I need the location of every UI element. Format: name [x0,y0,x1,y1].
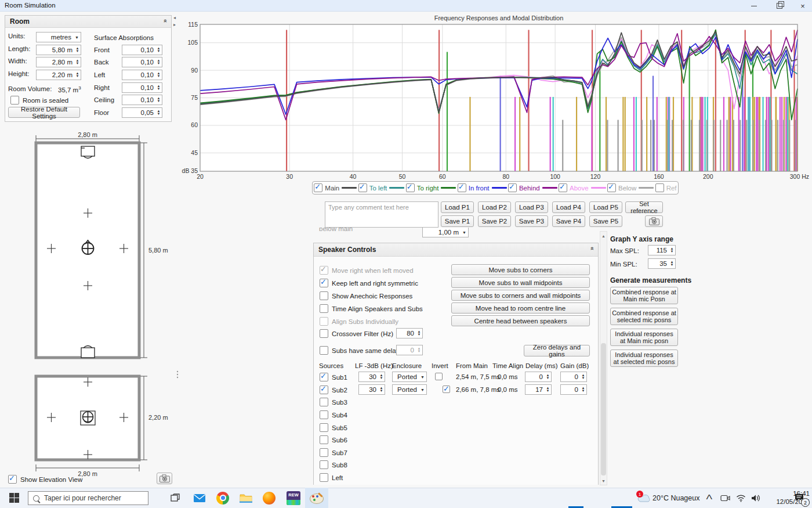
volume-button[interactable] [748,488,763,508]
action-center-button[interactable]: 2 [789,488,811,508]
subs-same-delay-checkbox[interactable] [320,346,328,355]
zero-delays-gains-button[interactable]: Zero delays and gains [524,345,590,356]
save-preset-button-5[interactable]: Save P5 [589,215,622,227]
legend-checkbox-above[interactable] [559,183,567,192]
speaker-scrollbar[interactable]: ▲ ▼ [600,231,607,485]
spinner-arrows-icon[interactable]: ▲▼ [580,372,586,381]
generate-button-2[interactable]: Individual responses at Main mic posn [610,329,678,346]
spinner-arrows-icon[interactable]: ▲▼ [155,95,162,105]
save-preset-button-3[interactable]: Save P3 [515,215,548,227]
units-combo[interactable]: metres▼ [36,32,81,42]
spinner-arrows-icon[interactable]: ▲▼ [378,385,385,394]
restore-button[interactable] [768,0,791,12]
sub-lf-spinner-sub2[interactable]: 30▲▼ [358,384,385,395]
chrome-app-button[interactable] [211,488,234,508]
legend-checkbox-main[interactable] [314,183,322,192]
spinner-arrows-icon[interactable]: ▲▼ [74,57,81,67]
absorption-spinner-ceiling[interactable]: 0,10▲▼ [122,95,162,105]
spinner-arrows-icon[interactable]: ▲▼ [155,57,162,67]
weather-text[interactable]: 20°C Nuageux [652,494,699,502]
speaker-option-checkbox-5[interactable] [320,329,328,338]
absorption-spinner-left[interactable]: 0,10▲▼ [122,70,162,80]
set-reference-button[interactable]: Set reference [625,201,663,213]
room-dim-spinner-length[interactable]: 5,80 m▲▼ [36,45,81,55]
speaker-option-checkbox-2[interactable] [320,291,328,300]
sub-enable-checkbox-sub7[interactable] [320,448,328,457]
weather-widget[interactable]: 1 [635,488,652,508]
legend-checkbox-in-front[interactable] [458,183,466,192]
meet-now-button[interactable] [718,488,732,508]
show-elevation-checkbox[interactable] [8,475,17,484]
legend-checkbox-to-right[interactable] [406,183,415,192]
room-dim-spinner-width[interactable]: 2,80 m▲▼ [36,57,81,67]
firefox-app-button[interactable] [258,488,281,508]
sub-enable-checkbox-sub4[interactable] [320,410,328,419]
below-main-combo[interactable]: 1,00 m▼ [422,228,469,237]
task-view-button[interactable] [165,488,186,508]
max-spl-spinner[interactable]: 115▲▼ [648,245,676,255]
spinner-arrows-icon[interactable]: ▲▼ [74,70,81,80]
spinner-arrows-icon[interactable]: ▲▼ [416,345,422,355]
legend-item-main[interactable]: Main [314,183,357,192]
speaker-option-checkbox-0[interactable] [320,266,328,275]
speaker-controls-header[interactable]: Speaker Controls » [314,243,598,257]
rear-sub-icon[interactable] [81,346,95,358]
min-spl-spinner[interactable]: 35▲▼ [648,258,676,269]
room-dim-spinner-height[interactable]: 2,20 m▲▼ [36,70,81,80]
legend-item-to-right[interactable]: To right [406,183,456,192]
sub-gain-spinner-sub2[interactable]: 0▲▼ [560,384,587,395]
spinner-arrows-icon[interactable]: ▲▼ [669,259,675,268]
divider-handle-dots[interactable] [177,371,178,378]
save-preset-button-2[interactable]: Save P2 [478,215,511,227]
absorption-spinner-front[interactable]: 0,10▲▼ [122,45,162,55]
minimize-button[interactable] [742,0,766,12]
scroll-down-icon[interactable]: ▼ [600,477,607,485]
tray-expand-icon[interactable]: ᐱ [706,493,712,501]
spinner-arrows-icon[interactable]: ▲▼ [378,372,385,381]
speaker-option-checkbox-4[interactable] [320,317,328,326]
generate-button-0[interactable]: Combined response at Main mic Posn [610,287,678,304]
legend-checkbox-behind[interactable] [508,183,517,192]
sub-enable-checkbox-sub6[interactable] [320,435,328,444]
sub-enable-checkbox-sub2[interactable] [320,385,328,394]
spinner-arrows-icon[interactable]: ▲▼ [155,108,162,117]
mail-app-button[interactable] [188,488,211,508]
start-button[interactable] [0,488,28,508]
save-preset-button-1[interactable]: Save P1 [441,215,474,227]
sub-invert-checkbox-sub1[interactable] [435,373,443,380]
load-preset-button-4[interactable]: Load P4 [552,201,585,213]
legend-item-above[interactable]: Above [559,183,606,192]
sub-delay-spinner-sub2[interactable]: 17▲▼ [525,384,552,395]
close-button[interactable]: × [791,0,812,12]
wifi-button[interactable] [733,488,748,508]
speaker-action-button-3[interactable]: Move head to room centre line [451,302,590,314]
legend-checkbox-below[interactable] [607,183,616,192]
speaker-action-button-1[interactable]: Move subs to wall midpoints [451,277,590,288]
absorption-spinner-floor[interactable]: 0,05▲▼ [122,107,162,118]
spinner-arrows-icon[interactable]: ▲▼ [580,385,586,394]
sub-enable-checkbox-sub5[interactable] [320,423,328,432]
spinner-arrows-icon[interactable]: ▲▼ [545,372,551,381]
generate-button-1[interactable]: Combined response at selected mic posns [610,308,678,325]
spinner-arrows-icon[interactable]: ▲▼ [669,246,675,255]
speaker-action-button-4[interactable]: Centre head between speakers [451,315,590,326]
rew-app-button[interactable]: REW [282,488,305,508]
legend-item-to-left[interactable]: To left [358,183,405,192]
capture-room-image-button[interactable] [157,473,172,484]
sub-invert-checkbox-sub2[interactable] [443,385,450,393]
crossover-spinner[interactable]: 80▲▼ [396,328,423,338]
frequency-response-chart[interactable]: Frequency Responses and Modal Distributi… [181,13,811,182]
sub-lf-spinner-sub1[interactable]: 30▲▼ [358,372,385,382]
save-preset-button-4[interactable]: Save P4 [552,215,585,227]
legend-item-below[interactable]: Below [607,183,654,192]
collapse-chevron-icon[interactable]: » [161,19,168,23]
legend-item-ref[interactable]: Ref [655,183,677,192]
spinner-arrows-icon[interactable]: ▲▼ [545,385,551,394]
restore-defaults-button[interactable]: Restore Default Settings [8,107,80,118]
collapse-chevron-icon[interactable]: » [588,247,595,250]
capture-graph-image-button[interactable] [645,215,663,227]
taskbar-search[interactable]: Taper ici pour rechercher [28,491,148,505]
load-preset-button-5[interactable]: Load P5 [589,201,622,213]
legend-item-behind[interactable]: Behind [508,183,557,192]
spinner-arrows-icon[interactable]: ▲▼ [416,329,422,338]
